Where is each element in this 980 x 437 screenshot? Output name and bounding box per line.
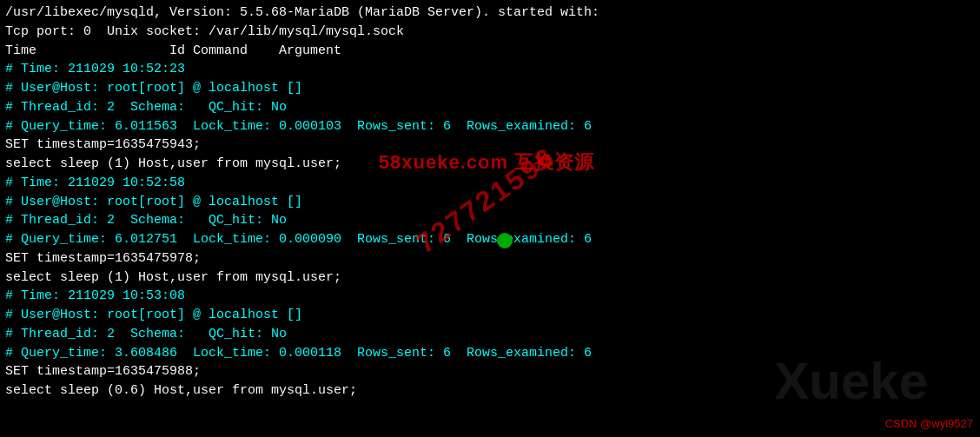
line-20: SET timestamp=1635475988; bbox=[5, 362, 975, 381]
line-4: # Time: 211029 10:52:23 bbox=[5, 60, 975, 79]
line-10: # Time: 211029 10:52:58 bbox=[5, 174, 975, 193]
line-18: # Thread_id: 2 Schema: QC_hit: No bbox=[5, 325, 975, 344]
cursor bbox=[497, 233, 513, 248]
line-21: select sleep (0.6) Host,user from mysql.… bbox=[5, 381, 975, 401]
line-14: SET timestamp=1635475978; bbox=[5, 249, 975, 268]
line-9: select sleep (1) Host,user from mysql.us… bbox=[5, 155, 975, 174]
line-12: # Thread_id: 2 Schema: QC_hit: No bbox=[5, 211, 975, 230]
line-3: Time Id Command Argument bbox=[5, 42, 975, 61]
csdn-tag: CSDN @wyl9527 bbox=[885, 417, 973, 430]
line-11: # User@Host: root[root] @ localhost [] bbox=[5, 193, 975, 212]
line-2: Tcp port: 0 Unix socket: /var/lib/mysql/… bbox=[5, 23, 975, 42]
line-5: # User@Host: root[root] @ localhost [] bbox=[5, 79, 975, 98]
line-1: /usr/libexec/mysqld, Version: 5.5.68-Mar… bbox=[5, 3, 975, 23]
line-19: # Query_time: 3.608486 Lock_time: 0.0001… bbox=[5, 344, 975, 363]
line-13: # Query_time: 6.012751 Lock_time: 0.0000… bbox=[5, 230, 975, 249]
line-8: SET timestamp=1635475943; bbox=[5, 136, 975, 155]
line-15: select sleep (1) Host,user from mysql.us… bbox=[5, 268, 975, 288]
line-17: # User@Host: root[root] @ localhost [] bbox=[5, 306, 975, 325]
line-7: # Query_time: 6.011563 Lock_time: 0.0001… bbox=[5, 117, 975, 136]
line-6: # Thread_id: 2 Schema: QC_hit: No bbox=[5, 98, 975, 117]
terminal: /usr/libexec/mysqld, Version: 5.5.68-Mar… bbox=[0, 0, 980, 437]
line-16: # Time: 211029 10:53:08 bbox=[5, 287, 975, 306]
